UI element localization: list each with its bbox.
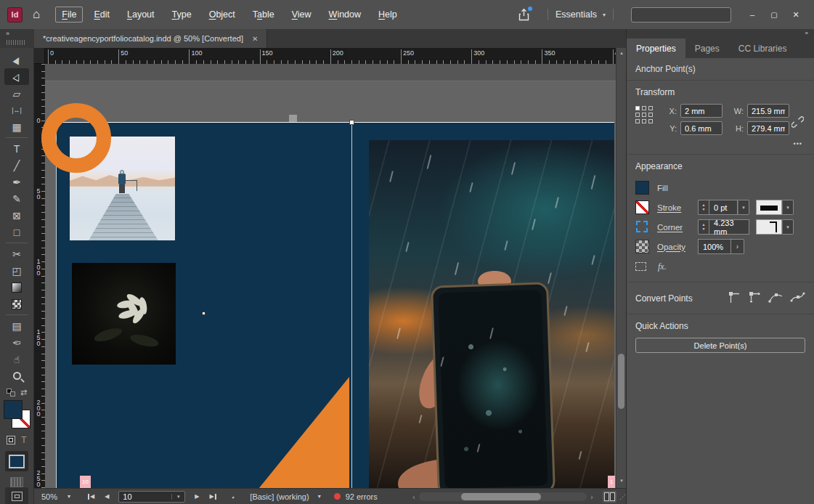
stroke-swatch[interactable] — [635, 200, 649, 214]
scroll-right-icon[interactable]: › — [587, 493, 597, 501]
formatting-affects-text-icon[interactable]: T — [21, 435, 26, 445]
selection-handle[interactable] — [349, 120, 354, 125]
page-number-field[interactable]: ▾ — [118, 491, 185, 503]
panel-tab-pages[interactable]: Pages — [685, 38, 729, 58]
orange-ring-shape[interactable] — [41, 103, 111, 173]
menu-type[interactable]: Type — [166, 7, 198, 23]
photo-phone-in-rain[interactable] — [369, 140, 614, 488]
zoom-tool[interactable] — [4, 367, 29, 384]
menu-help[interactable]: Help — [372, 7, 404, 23]
type-tool[interactable]: T — [4, 140, 29, 157]
pen-tool[interactable]: ✒ — [4, 174, 29, 190]
default-fill-stroke-icon[interactable] — [7, 389, 15, 397]
menu-view[interactable]: View — [285, 7, 318, 23]
rectangle-tool[interactable]: □ — [4, 224, 29, 240]
scroll-down-icon[interactable]: ▾ — [616, 478, 627, 484]
gradient-feather-tool[interactable] — [4, 296, 29, 312]
constrain-proportions-icon[interactable] — [791, 114, 804, 131]
preflight-icon[interactable]: ◔ — [229, 494, 237, 499]
corner-style-swatch[interactable] — [756, 219, 782, 235]
menu-window[interactable]: Window — [322, 7, 367, 23]
x-field[interactable] — [680, 104, 723, 118]
direct-selection-tool[interactable]: ▷ — [4, 68, 29, 85]
formatting-affects-container-icon[interactable] — [7, 436, 15, 444]
zoom-level-dropdown[interactable]: 50% ▾ — [41, 492, 70, 501]
chevron-down-icon[interactable]: ▼ — [782, 219, 794, 235]
photo-flower-dark[interactable] — [72, 263, 176, 365]
panel-tab-properties[interactable]: Properties — [627, 38, 685, 58]
chevron-down-icon[interactable]: ▾ — [171, 494, 184, 500]
y-field[interactable] — [680, 121, 723, 135]
corner-label[interactable]: Corner — [657, 223, 698, 232]
preflight-profile-dropdown[interactable]: [Basic] (working) ▾ — [250, 492, 320, 501]
menu-table[interactable]: Table — [246, 7, 281, 23]
next-page-button[interactable]: ▶ — [195, 493, 199, 500]
stroke-weight-value[interactable]: 0 pt — [709, 200, 738, 215]
panel-collapse-icon[interactable]: » — [627, 29, 814, 38]
h-field[interactable] — [747, 121, 789, 135]
horizontal-scrollbar[interactable]: ‹ › ⋰ — [409, 489, 626, 504]
menu-edit[interactable]: Edit — [87, 7, 116, 23]
apply-gradient-icon[interactable] — [10, 477, 23, 487]
w-field[interactable] — [747, 104, 789, 118]
scroll-up-icon[interactable]: ▴ — [616, 50, 627, 56]
spread-view-icon[interactable] — [603, 491, 616, 503]
workspace-switcher[interactable]: Essentials ▾ — [555, 9, 606, 20]
opacity-value[interactable]: 100% — [698, 239, 731, 254]
close-button[interactable]: ✕ — [785, 7, 807, 23]
scissors-tool[interactable]: ✂ — [4, 245, 29, 262]
horizontal-scrollbar-thumb[interactable] — [461, 493, 541, 500]
free-transform-tool[interactable]: ◰ — [4, 262, 29, 279]
chevron-down-icon[interactable]: ▼ — [782, 200, 794, 215]
gap-tool[interactable]: |↔| — [4, 102, 29, 118]
vertical-scrollbar[interactable]: ▴ ▾ — [616, 48, 626, 488]
fill-label[interactable]: Fill — [657, 184, 698, 192]
reference-point-grid[interactable] — [635, 106, 653, 139]
convert-smooth-point-icon[interactable] — [768, 291, 784, 305]
hand-tool[interactable]: ☝ — [4, 351, 29, 367]
page-tool[interactable]: ▱ — [4, 85, 29, 102]
first-page-button[interactable]: ◀ — [87, 493, 94, 500]
tab-close-icon[interactable]: ✕ — [252, 35, 258, 43]
vertical-scrollbar-thumb[interactable] — [618, 354, 624, 409]
tools-grip[interactable] — [7, 40, 25, 45]
ruler-origin[interactable] — [34, 48, 45, 64]
stroke-weight-stepper[interactable]: ▲▼ — [698, 200, 709, 215]
convert-corner-handle-icon[interactable] — [746, 291, 762, 305]
menu-object[interactable]: Object — [203, 7, 242, 23]
menu-file[interactable]: File — [55, 7, 83, 23]
page-number-input[interactable] — [119, 492, 171, 501]
page-number-badge[interactable]: 10 — [80, 476, 91, 488]
pencil-tool[interactable]: ✎ — [4, 190, 29, 207]
swap-fill-stroke-icon[interactable]: ⇄ — [20, 388, 27, 397]
fill-swatch[interactable] — [635, 181, 649, 195]
content-collector-tool[interactable]: ▦ — [4, 118, 29, 135]
selection-tool[interactable]: ▶ — [4, 52, 29, 68]
panel-tab-cc-libraries[interactable]: CC Libraries — [729, 38, 797, 58]
rectangle-frame-tool[interactable]: ⊠ — [4, 207, 29, 224]
preflight-errors[interactable]: 92 errors — [334, 492, 378, 501]
delete-points-button[interactable]: Delete Point(s) — [635, 338, 805, 353]
eyedropper-tool[interactable]: ✑ — [4, 334, 29, 351]
gradient-swatch-tool[interactable] — [4, 279, 29, 296]
more-options-icon[interactable]: ••• — [635, 140, 805, 147]
document-tab[interactable]: *creativeagencyportfoliocatalog.indd @ 5… — [34, 29, 267, 48]
screen-mode-button[interactable] — [5, 487, 28, 504]
maximize-button[interactable]: ▢ — [763, 8, 785, 22]
scroll-left-icon[interactable]: ‹ — [409, 493, 419, 501]
home-icon[interactable]: ⌂ — [33, 7, 40, 22]
fill-color-swatch[interactable] — [4, 400, 23, 419]
opacity-expand-icon[interactable]: › — [731, 239, 744, 254]
previous-page-button[interactable]: ◀ — [105, 493, 109, 500]
corner-options-icon[interactable] — [635, 220, 649, 234]
collapse-tools-icon[interactable]: » — [6, 30, 9, 37]
indesign-logo[interactable]: Id — [7, 7, 23, 23]
selection-handle-top-center[interactable] — [289, 115, 297, 122]
anchor-point[interactable] — [202, 312, 205, 315]
corner-radius-stepper[interactable]: ▲▼ — [698, 219, 709, 235]
menu-layout[interactable]: Layout — [121, 7, 161, 23]
page-number-badge[interactable]: 1 — [608, 476, 615, 488]
effects-icon[interactable]: fx. — [658, 261, 667, 272]
horizontal-ruler[interactable]: 050100150200250300350400 — [45, 48, 616, 64]
minimize-button[interactable]: – — [741, 7, 763, 22]
